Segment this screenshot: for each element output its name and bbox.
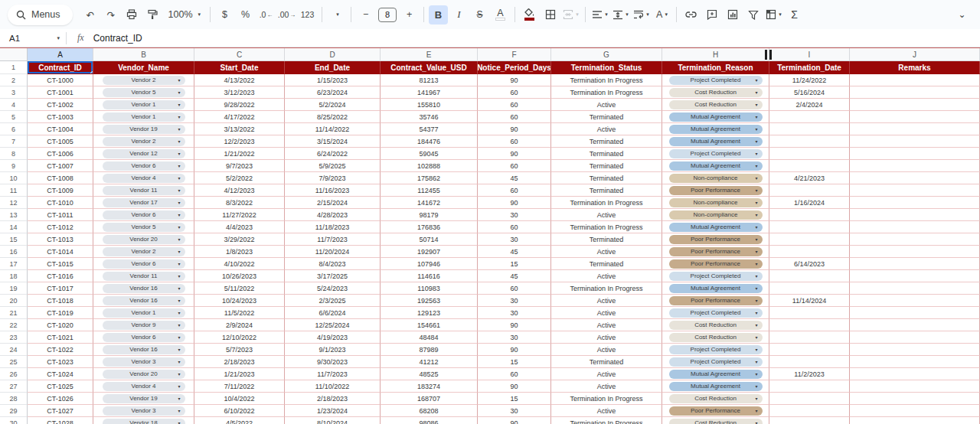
vendor-dropdown-chip[interactable]: Vendor 6▾ xyxy=(103,161,185,171)
row-header-3[interactable]: 3 xyxy=(0,86,28,99)
cell-status[interactable]: Active xyxy=(551,368,662,380)
cell-termination_date[interactable] xyxy=(769,123,850,135)
cell-termination_date[interactable] xyxy=(769,405,850,417)
cell-vendor[interactable]: Vendor 3▾ xyxy=(93,356,194,368)
cell-vendor[interactable]: Vendor 16▾ xyxy=(93,344,194,356)
vendor-dropdown-chip[interactable]: Vendor 20▾ xyxy=(103,235,185,244)
redo-button[interactable]: ↷ xyxy=(102,5,121,24)
cell-end_date[interactable]: 6/24/2022 xyxy=(285,148,381,160)
cell-reason[interactable]: Cost Reduction▾ xyxy=(662,99,769,111)
cell-remarks[interactable] xyxy=(850,209,980,221)
cell-reason[interactable]: Non-compliance▾ xyxy=(662,197,769,209)
cell-end_date[interactable]: 8/25/2022 xyxy=(285,111,381,123)
cell-start_date[interactable]: 9/7/2023 xyxy=(194,160,285,172)
column-header-C[interactable]: C xyxy=(194,48,285,61)
cell-reason[interactable]: Cost Reduction▾ xyxy=(662,393,769,405)
menus-button[interactable]: Menus xyxy=(8,5,73,25)
cell-value_usd[interactable]: 35746 xyxy=(381,111,478,123)
cell-termination_date[interactable]: 1/16/2024 xyxy=(769,197,850,209)
decrease-font-size-button[interactable]: − xyxy=(356,5,375,24)
cell-end_date[interactable]: 5/2/2024 xyxy=(285,99,381,111)
cell-remarks[interactable] xyxy=(850,258,980,270)
cell-notice_days[interactable]: 60 xyxy=(478,184,551,197)
header-cell-notice_period_days[interactable]: Notice_Period_Days xyxy=(478,61,551,74)
decrease-decimal-button[interactable]: .0← xyxy=(256,5,276,24)
cell-contract_id[interactable]: CT-1002 xyxy=(28,99,93,111)
cell-reason[interactable]: Mutual Agreement▾ xyxy=(662,111,769,123)
header-cell-contract_id[interactable]: Contract_ID xyxy=(28,61,93,74)
cell-value_usd[interactable]: 110983 xyxy=(381,282,478,295)
cell-termination_date[interactable]: 11/14/2024 xyxy=(769,295,850,307)
cell-termination_date[interactable] xyxy=(769,356,850,368)
cell-vendor[interactable]: Vendor 11▾ xyxy=(93,184,194,197)
cell-status[interactable]: Active xyxy=(551,307,662,319)
row-header-10[interactable]: 10 xyxy=(0,172,28,184)
cell-status[interactable]: Termination In Progress xyxy=(551,393,662,405)
increase-font-size-button[interactable]: + xyxy=(400,5,419,24)
vendor-dropdown-chip[interactable]: Vendor 3▾ xyxy=(103,406,185,416)
cell-termination_date[interactable] xyxy=(769,184,850,197)
vendor-dropdown-chip[interactable]: Vendor 6▾ xyxy=(103,210,185,220)
cell-reason[interactable]: Cost Reduction▾ xyxy=(662,319,769,331)
cell-vendor[interactable]: Vendor 20▾ xyxy=(93,233,194,246)
cell-reason[interactable]: Mutual Agreement▾ xyxy=(662,368,769,380)
name-box[interactable]: A1 ▾ xyxy=(0,34,66,43)
cell-end_date[interactable]: 7/9/2023 xyxy=(285,172,381,184)
vendor-dropdown-chip[interactable]: Vendor 16▾ xyxy=(103,296,185,305)
cell-contract_id[interactable]: CT-1001 xyxy=(28,86,93,99)
bold-button[interactable]: B xyxy=(429,5,448,24)
cell-end_date[interactable]: 11/10/2022 xyxy=(285,380,381,393)
cell-contract_id[interactable]: CT-1008 xyxy=(28,172,93,184)
vendor-dropdown-chip[interactable]: Vendor 2▾ xyxy=(103,247,185,256)
frozen-columns-indicator[interactable] xyxy=(765,50,772,60)
cell-termination_date[interactable]: 5/16/2024 xyxy=(769,86,850,99)
cell-end_date[interactable]: 2/3/2025 xyxy=(285,295,381,307)
cell-remarks[interactable] xyxy=(850,356,980,368)
row-header-19[interactable]: 19 xyxy=(0,282,28,295)
reason-dropdown-chip[interactable]: Cost Reduction▾ xyxy=(669,333,763,342)
cell-status[interactable]: Active xyxy=(551,405,662,417)
vendor-dropdown-chip[interactable]: Vendor 5▾ xyxy=(103,223,185,232)
vendor-dropdown-chip[interactable]: Vendor 9▾ xyxy=(103,321,185,330)
cell-remarks[interactable] xyxy=(850,111,980,123)
cell-start_date[interactable]: 3/12/2023 xyxy=(194,86,285,99)
row-header-21[interactable]: 21 xyxy=(0,307,28,319)
cell-remarks[interactable] xyxy=(850,148,980,160)
reason-dropdown-chip[interactable]: Project Completed▾ xyxy=(669,345,763,354)
reason-dropdown-chip[interactable]: Mutual Agreement▾ xyxy=(669,284,763,293)
cell-start_date[interactable]: 4/4/2023 xyxy=(194,221,285,233)
cell-end_date[interactable]: 5/9/2025 xyxy=(285,160,381,172)
cell-termination_date[interactable] xyxy=(769,233,850,246)
reason-dropdown-chip[interactable]: Non-compliance▾ xyxy=(669,174,763,183)
vendor-dropdown-chip[interactable]: Vendor 12▾ xyxy=(103,149,185,158)
cell-remarks[interactable] xyxy=(850,393,980,405)
cell-value_usd[interactable]: 41212 xyxy=(381,356,478,368)
cell-vendor[interactable]: Vendor 11▾ xyxy=(93,270,194,282)
create-filter-button[interactable] xyxy=(743,5,763,24)
cell-termination_date[interactable] xyxy=(769,417,850,424)
row-header-14[interactable]: 14 xyxy=(0,221,28,233)
row-header-8[interactable]: 8 xyxy=(0,148,28,160)
zoom-control[interactable]: 100% ▾ xyxy=(164,5,206,24)
cell-value_usd[interactable]: 141672 xyxy=(381,197,478,209)
cell-reason[interactable]: Non-compliance▾ xyxy=(662,172,769,184)
cell-start_date[interactable]: 4/10/2022 xyxy=(194,258,285,270)
cell-status[interactable]: Active xyxy=(551,295,662,307)
cell-notice_days[interactable]: 60 xyxy=(478,368,551,380)
cell-status[interactable]: Active xyxy=(551,209,662,221)
header-cell-termination_reason[interactable]: Termination_Reason xyxy=(662,61,769,74)
cell-vendor[interactable]: Vendor 20▾ xyxy=(93,368,194,380)
format-currency-button[interactable]: $ xyxy=(215,5,234,24)
cell-start_date[interactable]: 8/3/2022 xyxy=(194,197,285,209)
vendor-dropdown-chip[interactable]: Vendor 16▾ xyxy=(103,284,185,293)
cell-notice_days[interactable]: 90 xyxy=(478,74,551,86)
cell-end_date[interactable]: 1/15/2023 xyxy=(285,74,381,86)
cell-remarks[interactable] xyxy=(850,221,980,233)
row-header-25[interactable]: 25 xyxy=(0,356,28,368)
cell-notice_days[interactable]: 15 xyxy=(478,356,551,368)
cell-value_usd[interactable]: 87989 xyxy=(381,344,478,356)
cell-end_date[interactable]: 12/25/2024 xyxy=(285,319,381,331)
cell-contract_id[interactable]: CT-1027 xyxy=(28,405,93,417)
cell-reason[interactable]: Project Completed▾ xyxy=(662,270,769,282)
reason-dropdown-chip[interactable]: Cost Reduction▾ xyxy=(669,419,763,424)
